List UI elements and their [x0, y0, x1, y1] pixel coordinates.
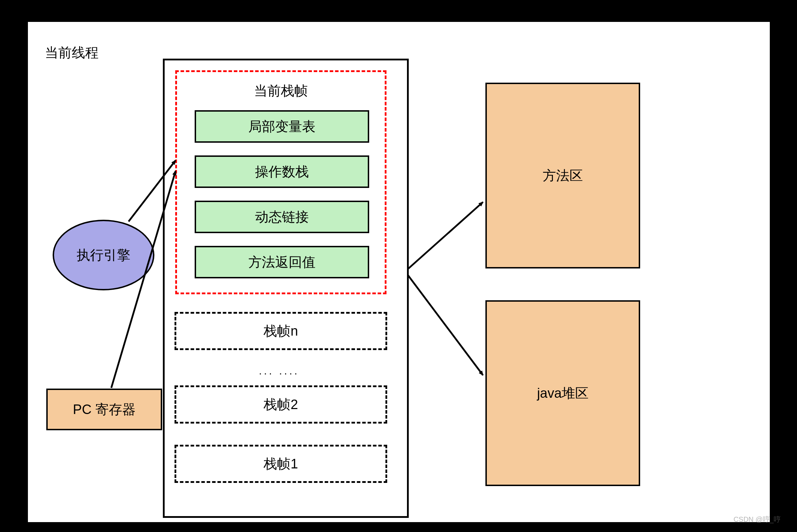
frames-ellipsis: ... ....: [165, 365, 394, 377]
thread-title: 当前线程: [45, 44, 99, 62]
arrow-stack-to-heap: [408, 275, 483, 375]
java-heap: java堆区: [485, 300, 640, 486]
diagram-canvas: 当前线程 当前栈帧 局部变量表 操作数栈 动态链接 方法返回值 栈帧n ... …: [28, 22, 770, 522]
method-area: 方法区: [485, 83, 640, 268]
pc-register: PC 寄存器: [46, 389, 162, 430]
dynamic-link-slot: 动态链接: [195, 201, 369, 233]
outer-frame: 当前线程 当前栈帧 局部变量表 操作数栈 动态链接 方法返回值 栈帧n ... …: [10, 5, 787, 526]
current-stack-frame: 当前栈帧 局部变量表 操作数栈 动态链接 方法返回值: [175, 70, 386, 294]
operand-stack-slot: 操作数栈: [195, 155, 369, 188]
watermark: CSDN @哼_哼: [733, 515, 781, 524]
current-frame-title: 当前栈帧: [177, 82, 385, 100]
vm-stack: 当前栈帧 局部变量表 操作数栈 动态链接 方法返回值 栈帧n ... .... …: [163, 59, 409, 518]
stack-frame-n: 栈帧n: [175, 312, 387, 350]
arrow-stack-to-methodarea: [408, 202, 483, 269]
local-variables-slot: 局部变量表: [195, 110, 369, 143]
stack-frame-1: 栈帧1: [175, 445, 387, 483]
execution-engine: 执行引擎: [53, 220, 154, 290]
return-value-slot: 方法返回值: [195, 246, 369, 278]
stack-frame-2: 栈帧2: [175, 385, 387, 424]
